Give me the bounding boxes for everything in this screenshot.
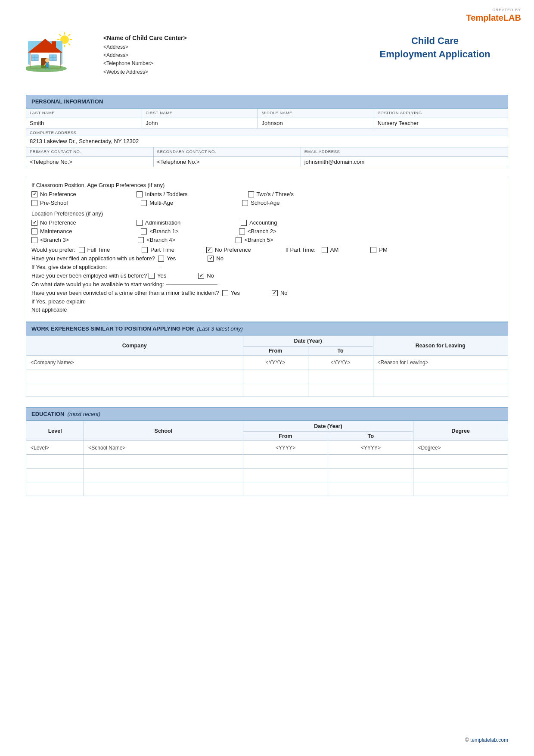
filed-before-question: Have you ever filed an application with … [31,255,158,262]
employed-yes-label: Yes [157,272,166,279]
branch1-checkbox[interactable] [141,228,147,234]
school-age-checkbox[interactable] [242,200,248,206]
branch2-checkbox[interactable] [239,228,245,234]
app-title: Child Care Employment Application [362,30,508,61]
contact-values-row: <Telephone No.> <Telephone No.> johnsmit… [26,157,508,167]
employed-yes-checkbox[interactable] [149,273,155,279]
education-section: EDUCATION (most recent) Level School Dat… [26,407,508,496]
employed-no-label: No [207,272,214,279]
multiage-label: Multi-Age [149,200,173,206]
location-row2: Maintenance <Branch 1> <Branch 2> [31,228,503,234]
work-experience-tbody: <Company Name> <YYYY> <YYYY> <Reason for… [26,356,508,397]
middle-name-label-cell: MIDDLE NAME [258,109,374,118]
employed-before-row: Have you ever been employed with us befo… [31,272,503,279]
employed-yes-item: Yes [149,272,166,279]
work-prefer-question: Would you prefer: [31,247,79,253]
secondary-contact-label-cell: SECONDARY CONTACT NO. [154,147,301,156]
give-date-line [109,267,161,267]
edu-degree-1: <Degree> [413,441,508,455]
pm-checkbox[interactable] [370,247,376,253]
email-value-cell: johnsmith@domain.com [301,157,508,167]
no-pref-work-checkbox[interactable] [206,247,212,253]
infants-toddlers-checkbox[interactable] [137,191,143,197]
give-date-label: If Yes, give date of application: [31,264,107,270]
branch5-label: <Branch 5> [244,237,273,243]
email-label: EMAIL ADDRESS [304,149,504,154]
address2: <Address> [103,51,362,59]
no-pref-work-item: No Preference [206,247,251,253]
branch3-checkbox[interactable] [31,237,37,243]
address1: <Address> [103,43,362,51]
edu-row-3 [26,469,508,482]
convicted-no-checkbox[interactable] [272,290,278,296]
personal-info-header: PERSONAL INFORMATION [26,95,508,108]
templatelab-link[interactable]: templatelab.com [470,737,508,743]
no-preference-loc-label: No Preference [40,219,76,226]
am-item: AM [322,247,339,253]
edu-row-4 [26,482,508,496]
telephone: <Telephone Number> [103,59,362,68]
filed-no-label: No [216,255,224,262]
center-info: <Name of Child Care Center> <Address> <A… [103,30,362,76]
no-preference-loc-item: No Preference [31,219,76,226]
multiage-checkbox[interactable] [141,200,147,206]
infants-toddlers-item: Infants / Toddlers [137,191,188,197]
accounting-checkbox[interactable] [241,220,247,226]
primary-contact-label-cell: PRIMARY CONTACT NO. [26,147,154,156]
center-name: <Name of Child Care Center> [103,34,362,41]
work-from-2 [243,369,308,383]
employed-no-item: No [198,272,214,279]
edu-date-col-header: Date (Year) [243,421,413,432]
address-value-row: 8213 Lakeview Dr., Schenectady, NY 12302 [26,136,508,147]
edu-level-4 [26,482,84,496]
part-time-checkbox[interactable] [142,247,148,253]
footer-copyright: © templatelab.com [465,737,508,743]
convicted-yes-checkbox[interactable] [222,290,228,296]
school-col-header: School [84,421,243,441]
work-table-header-row1: Company Date (Year) Reason for Leaving [26,336,508,347]
first-name-label: FIRST NAME [146,110,254,115]
education-tbody: <Level> <School Name> <YYYY> <YYYY> <Deg… [26,441,508,496]
convicted-yes-label: Yes [231,290,240,296]
administration-checkbox[interactable] [137,220,143,226]
work-from-3 [243,383,308,397]
secondary-contact-value-cell: <Telephone No.> [154,157,301,167]
first-name-value: John [146,119,158,127]
edu-from-3 [243,469,328,482]
edu-to-col-header: To [328,432,413,441]
full-time-checkbox[interactable] [79,247,85,253]
branch5-checkbox[interactable] [236,237,242,243]
employed-no-checkbox[interactable] [198,273,204,279]
primary-contact-label: PRIMARY CONTACT NO. [30,149,150,154]
give-date-row: If Yes, give date of application: [31,264,503,270]
twos-threes-checkbox[interactable] [248,191,254,197]
app-title-text: Child Care Employment Application [362,34,508,61]
filed-no-checkbox[interactable] [208,256,214,262]
no-preference-loc-checkbox[interactable] [31,220,37,226]
branch4-item: <Branch 4> [138,237,175,243]
pm-label: PM [379,247,388,253]
no-pref-work-label: No Preference [215,247,251,253]
edu-level-1: <Level> [26,441,84,455]
location-prefs-question: Location Preferences (if any) [31,210,503,217]
administration-item: Administration [137,219,180,226]
branch4-checkbox[interactable] [138,237,144,243]
work-reason-1: <Reason for Leaving> [373,356,508,369]
no-preference-age-checkbox[interactable] [31,191,37,197]
edu-school-3 [84,469,243,482]
preschool-item: Pre-School [31,200,68,206]
address-label-row: COMPLETE ADDRESS [26,128,508,136]
svg-rect-22 [46,62,49,67]
last-name-label-cell: LAST NAME [26,109,142,118]
brand-lab: LAB [503,13,521,22]
branch3-label: <Branch 3> [40,237,69,243]
filed-yes-checkbox[interactable] [158,256,164,262]
education-header: EDUCATION (most recent) [26,407,508,421]
preschool-checkbox[interactable] [31,200,37,206]
address-label: COMPLETE ADDRESS [30,130,504,135]
maintenance-checkbox[interactable] [31,228,37,234]
am-checkbox[interactable] [322,247,328,253]
filed-before-row: Have you ever filed an application with … [31,255,503,262]
employed-before-question: Have you ever been employed with us befo… [31,272,147,279]
convicted-explain-value-row: Not applicable [31,306,503,313]
